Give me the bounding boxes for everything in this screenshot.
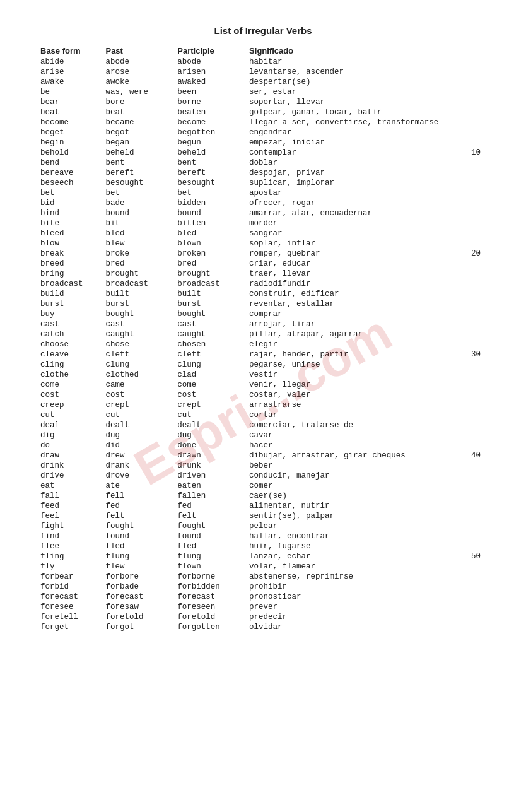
cell-participle: come xyxy=(175,380,247,390)
cell-past: bent xyxy=(103,158,175,168)
cell-participle: forbidden xyxy=(175,582,247,592)
cell-number xyxy=(469,400,488,410)
cell-participle: eaten xyxy=(175,481,247,491)
cell-base: find xyxy=(38,531,103,541)
cell-significado: abstenerse, reprimirse xyxy=(247,572,469,582)
table-row: fallfellfallencaer(se) xyxy=(38,491,488,501)
table-row: forbearforboreforborneabstenerse, reprim… xyxy=(38,572,488,582)
cell-significado: despertar(se) xyxy=(247,77,469,87)
cell-significado: llegar a ser, convertirse, transformarse xyxy=(247,117,469,127)
cell-number xyxy=(469,178,488,188)
cell-number: 30 xyxy=(469,350,488,360)
cell-past: forbade xyxy=(103,582,175,592)
cell-participle: drawn xyxy=(175,450,247,461)
cell-participle: forgotten xyxy=(175,622,247,632)
table-row: dealdealtdealtcomerciar, tratarse de xyxy=(38,420,488,430)
cell-past: arose xyxy=(103,67,175,77)
cell-number xyxy=(469,158,488,168)
cell-number xyxy=(469,491,488,501)
cell-past: bought xyxy=(103,309,175,319)
cell-participle: bidden xyxy=(175,198,247,208)
table-row: clingclungclungpegarse, unirse xyxy=(38,360,488,370)
cell-base: dig xyxy=(38,430,103,440)
cell-base: bereave xyxy=(38,168,103,178)
cell-number xyxy=(469,339,488,350)
cell-participle: found xyxy=(175,531,247,541)
cell-participle: built xyxy=(175,289,247,299)
page: Espri....com List of Irregular Verbs Bas… xyxy=(0,0,526,812)
cell-number xyxy=(469,440,488,450)
cell-participle: cost xyxy=(175,390,247,400)
table-row: arisearosearisenlevantarse, ascender xyxy=(38,67,488,77)
table-row: drivedrovedrivenconducir, manejar xyxy=(38,471,488,481)
cell-number xyxy=(469,612,488,622)
cell-base: clothe xyxy=(38,370,103,380)
cell-participle: dug xyxy=(175,430,247,440)
cell-number xyxy=(469,370,488,380)
cell-number xyxy=(469,501,488,511)
cell-past: burst xyxy=(103,299,175,309)
cell-significado: alimentar, nutrir xyxy=(247,501,469,511)
table-row: costcostcostcostar, valer xyxy=(38,390,488,400)
cell-participle: flown xyxy=(175,562,247,572)
cell-significado: romper, quebrar xyxy=(247,249,469,259)
cell-significado: sangrar xyxy=(247,228,469,238)
header-num xyxy=(469,45,488,57)
cell-participle: awaked xyxy=(175,77,247,87)
cell-base: bring xyxy=(38,269,103,279)
cell-base: broadcast xyxy=(38,279,103,289)
table-row: burstburstburstreventar, estallar xyxy=(38,299,488,309)
cell-participle: done xyxy=(175,440,247,450)
cell-number xyxy=(469,138,488,148)
cell-number xyxy=(469,228,488,238)
cell-base: foretell xyxy=(38,612,103,622)
cell-participle: besought xyxy=(175,178,247,188)
cell-past: drew xyxy=(103,450,175,461)
cell-past: forecast xyxy=(103,592,175,602)
table-row: bereavebereftbereftdespojar, privar xyxy=(38,168,488,178)
table-row: findfoundfoundhallar, encontrar xyxy=(38,531,488,541)
cell-base: forbear xyxy=(38,572,103,582)
cell-significado: huir, fugarse xyxy=(247,541,469,551)
cell-participle: burst xyxy=(175,299,247,309)
cell-past: blew xyxy=(103,238,175,249)
cell-number xyxy=(469,299,488,309)
cell-number xyxy=(469,87,488,97)
cell-base: breed xyxy=(38,259,103,269)
cell-base: bite xyxy=(38,218,103,228)
cell-significado: cavar xyxy=(247,430,469,440)
cell-base: build xyxy=(38,289,103,299)
table-row: feelfeltfeltsentir(se), palpar xyxy=(38,511,488,521)
cell-participle: bereft xyxy=(175,168,247,178)
cell-base: be xyxy=(38,87,103,97)
cell-number: 10 xyxy=(469,148,488,158)
table-row: cleavecleftcleftrajar, hender, partir30 xyxy=(38,350,488,360)
cell-significado: olvidar xyxy=(247,622,469,632)
cell-base: bear xyxy=(38,97,103,107)
cell-base: cost xyxy=(38,390,103,400)
cell-participle: driven xyxy=(175,471,247,481)
cell-number xyxy=(469,329,488,339)
cell-past: forgot xyxy=(103,622,175,632)
table-row: breakbrokebrokenromper, quebrar20 xyxy=(38,249,488,259)
cell-past: fed xyxy=(103,501,175,511)
cell-significado: hallar, encontrar xyxy=(247,531,469,541)
cell-base: beget xyxy=(38,127,103,138)
cell-number xyxy=(469,511,488,521)
cell-past: abode xyxy=(103,57,175,67)
cell-past: bade xyxy=(103,198,175,208)
cell-significado: empezar, iniciar xyxy=(247,138,469,148)
cell-base: become xyxy=(38,117,103,127)
cell-past: bit xyxy=(103,218,175,228)
cell-number xyxy=(469,57,488,67)
cell-significado: radiodifundir xyxy=(247,279,469,289)
cell-past: awoke xyxy=(103,77,175,87)
cell-past: begot xyxy=(103,127,175,138)
table-row: betbetbetapostar xyxy=(38,188,488,198)
cell-significado: costar, valer xyxy=(247,390,469,400)
cell-past: beat xyxy=(103,107,175,117)
cell-participle: cleft xyxy=(175,350,247,360)
cell-participle: caught xyxy=(175,329,247,339)
table-row: castcastcastarrojar, tirar xyxy=(38,319,488,329)
cell-participle: fought xyxy=(175,521,247,531)
